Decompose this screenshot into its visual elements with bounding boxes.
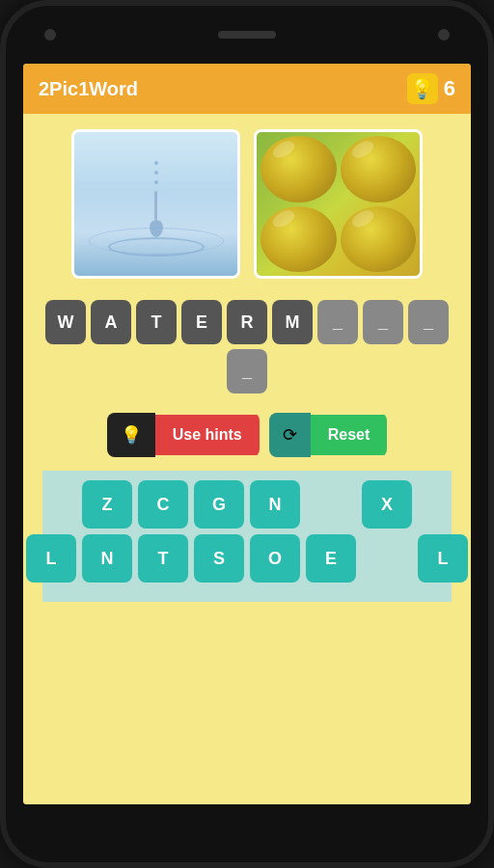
letter-tile-blank-4[interactable]: _ — [227, 349, 267, 393]
key-S[interactable]: S — [194, 534, 244, 583]
keyboard-row-1: Z C G N X — [52, 480, 442, 529]
keyboard: Z C G N X L N T S O E L — [42, 471, 452, 602]
water-ripple-2 — [89, 228, 224, 255]
key-X[interactable]: X — [362, 480, 412, 529]
key-E[interactable]: E — [306, 534, 356, 583]
images-row — [42, 129, 452, 279]
key-G[interactable]: G — [194, 480, 244, 529]
hints-counter: 💡 6 — [407, 73, 455, 104]
use-hints-button[interactable]: 💡 Use hints — [107, 413, 260, 457]
bulb-icon: 💡 — [407, 73, 438, 104]
key-T[interactable]: T — [138, 534, 188, 583]
game-content: W A T E R M _ _ _ _ 💡 Use hints ⟳ Rese — [23, 114, 471, 804]
melon-4 — [341, 206, 417, 273]
melon-2 — [341, 136, 417, 203]
image-melon — [254, 129, 423, 279]
key-Z[interactable]: Z — [82, 480, 132, 529]
water-dot — [154, 180, 158, 184]
phone-frame: 2Pic1Word 💡 6 — [0, 0, 494, 868]
key-L[interactable]: L — [26, 534, 76, 583]
melon-1 — [261, 136, 337, 203]
reset-button[interactable]: ⟳ Reset — [269, 413, 388, 457]
letter-tile-blank-2[interactable]: _ — [363, 300, 403, 344]
water-dot — [154, 161, 158, 165]
keyboard-row-2: L N T S O E L — [52, 534, 442, 583]
hint-button-icon: 💡 — [107, 413, 155, 457]
action-buttons: 💡 Use hints ⟳ Reset — [42, 413, 452, 457]
key-C[interactable]: C — [138, 480, 188, 529]
app-title: 2Pic1Word — [39, 78, 138, 100]
app-header: 2Pic1Word 💡 6 — [23, 64, 471, 114]
reset-button-icon: ⟳ — [269, 413, 311, 457]
letter-tile-E[interactable]: E — [181, 300, 222, 344]
phone-top-bar — [6, 6, 488, 64]
key-N[interactable]: N — [250, 480, 300, 529]
letter-tile-blank-3[interactable]: _ — [408, 300, 449, 344]
water-dot — [154, 171, 158, 175]
letter-tile-M[interactable]: M — [272, 300, 313, 344]
melon-3 — [261, 206, 337, 273]
letter-tile-R[interactable]: R — [227, 300, 267, 344]
key-L2[interactable]: L — [418, 534, 468, 583]
reset-button-label: Reset — [311, 415, 388, 455]
front-camera — [44, 29, 56, 41]
speaker — [218, 31, 276, 39]
answer-tiles: W A T E R M _ _ _ _ — [42, 300, 452, 393]
sensor — [438, 29, 450, 41]
letter-tile-T[interactable]: T — [136, 300, 177, 344]
phone-screen: 2Pic1Word 💡 6 — [23, 64, 471, 804]
image-water — [71, 129, 240, 279]
phone-bottom-bar — [6, 804, 488, 862]
letter-tile-A[interactable]: A — [91, 300, 131, 344]
hint-count: 6 — [444, 76, 455, 101]
letter-tile-W[interactable]: W — [45, 300, 86, 344]
key-O[interactable]: O — [250, 534, 300, 583]
hint-button-label: Use hints — [155, 415, 260, 455]
letter-tile-blank-1[interactable]: _ — [317, 300, 358, 344]
key-N2[interactable]: N — [82, 534, 132, 583]
